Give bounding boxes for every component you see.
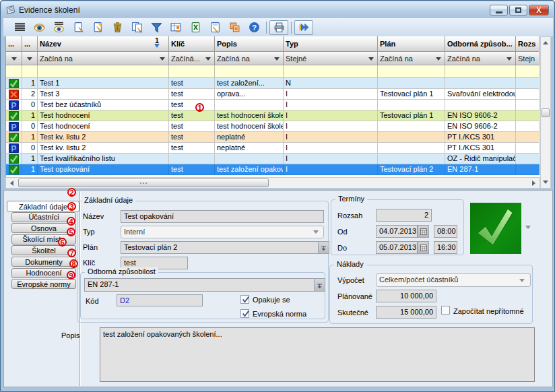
odborna-field[interactable]: EN 287-1 bbox=[84, 278, 315, 292]
popis-textarea[interactable]: test založení opakovaných školení... bbox=[100, 327, 535, 382]
filter-input-6[interactable] bbox=[378, 65, 445, 78]
view-columns-icon[interactable] bbox=[49, 20, 69, 35]
filter-dropdown-6[interactable]: Začíná na bbox=[378, 52, 445, 65]
terminy-group-title: Termíny bbox=[335, 195, 367, 203]
rozsah-label: Rozsah bbox=[337, 211, 362, 220]
table-row[interactable]: 1Test opakovánítesttest založení opakovI… bbox=[6, 164, 540, 175]
cell: Test kv. listu 2 bbox=[38, 143, 169, 154]
minimize-button[interactable] bbox=[490, 5, 508, 15]
vypocet-dropdown-arrow[interactable] bbox=[519, 279, 525, 282]
new-document-icon[interactable] bbox=[69, 20, 88, 35]
column-header-5[interactable]: Typ bbox=[284, 36, 378, 52]
table-row[interactable]: 1Test kvalifikačního listuIOZ - Řidič ma… bbox=[6, 154, 540, 164]
filter-input-8[interactable] bbox=[516, 65, 540, 78]
od-date-field[interactable]: 04.07.2013 bbox=[376, 225, 418, 238]
evropska-norma-checkbox[interactable] bbox=[240, 309, 249, 318]
annotation-circle-2: 2 bbox=[67, 188, 76, 197]
annotation-circle-9: 9 bbox=[67, 271, 75, 280]
tab-dokumenty[interactable]: Dokumenty bbox=[11, 257, 76, 267]
table-row[interactable]: 1Test hodnocenítesttest hodnocení školeI… bbox=[6, 110, 540, 121]
cell: I bbox=[284, 121, 378, 132]
table-row[interactable]: P0Test hodnocenítesttest hodnocení škole… bbox=[6, 121, 540, 132]
column-header-8[interactable]: Rozs bbox=[516, 36, 540, 52]
plan-field[interactable]: Testovací plán 2 bbox=[121, 241, 319, 254]
od-time-field[interactable]: 08:00 bbox=[434, 225, 457, 238]
planovane-field[interactable]: 10 000,00 bbox=[376, 290, 436, 302]
column-header-3[interactable]: Klíč bbox=[169, 36, 215, 52]
column-header-1[interactable]: ... bbox=[22, 36, 38, 52]
copy-icon[interactable] bbox=[127, 20, 147, 35]
filter-dropdown-8[interactable]: Stejn bbox=[516, 52, 540, 65]
check-status-icon bbox=[6, 164, 22, 175]
filter-icon[interactable] bbox=[147, 20, 166, 35]
od-calendar-button[interactable] bbox=[418, 225, 429, 238]
filter-input-5[interactable] bbox=[284, 65, 378, 78]
zapocitat-checkbox[interactable] bbox=[441, 306, 450, 315]
column-header-4[interactable]: Popis bbox=[215, 36, 284, 52]
column-header-2[interactable]: Název1 bbox=[38, 36, 169, 52]
opakuje-se-checkbox[interactable] bbox=[240, 295, 249, 304]
typ-dropdown[interactable]: Interní bbox=[121, 226, 324, 238]
kod-field[interactable]: D2 bbox=[117, 294, 203, 306]
filter-dropdown-1[interactable] bbox=[22, 52, 38, 65]
import-users-icon[interactable] bbox=[166, 20, 186, 35]
skutecne-field[interactable]: 15 000,00 bbox=[376, 306, 436, 319]
odborna-picker-button[interactable] bbox=[314, 278, 325, 292]
help-icon[interactable]: ? bbox=[244, 20, 264, 35]
table-row[interactable]: P0Test kv. listu 2testneplatnéIPT I./KCS… bbox=[6, 143, 540, 154]
delete-icon[interactable] bbox=[108, 20, 127, 35]
table-row[interactable]: 1Test 1testtest založení...N bbox=[6, 78, 540, 89]
do-calendar-button[interactable] bbox=[418, 241, 429, 254]
typ-dropdown-arrow[interactable] bbox=[313, 230, 319, 234]
list-icon[interactable] bbox=[10, 20, 30, 35]
rozsah-field[interactable]: 2 bbox=[376, 209, 432, 222]
do-date-field[interactable]: 05.07.2013 bbox=[376, 241, 418, 254]
cell bbox=[378, 132, 445, 143]
cell bbox=[516, 132, 540, 143]
cell bbox=[378, 154, 445, 164]
cell bbox=[516, 121, 540, 132]
column-header-7[interactable]: Odborná způsob... bbox=[445, 36, 516, 52]
cell: Test 1 bbox=[38, 78, 169, 89]
tab-evropsk-normy[interactable]: Evropské normy bbox=[11, 279, 76, 289]
filter-input-4[interactable] bbox=[215, 65, 284, 78]
filter-input-3[interactable] bbox=[169, 65, 215, 78]
tab--kolitel[interactable]: Školitel bbox=[11, 245, 76, 255]
versions-icon[interactable] bbox=[225, 20, 244, 35]
filter-dropdown-0[interactable] bbox=[6, 52, 22, 65]
filter-input-2[interactable] bbox=[38, 65, 169, 78]
window-title: Evidence školení bbox=[19, 5, 80, 15]
column-header-6[interactable]: Plán bbox=[378, 36, 445, 52]
filter-dropdown-2[interactable]: Začíná na bbox=[38, 52, 169, 65]
filter-input-0[interactable] bbox=[6, 65, 22, 78]
close-button[interactable]: X bbox=[529, 5, 549, 15]
plan-picker-button[interactable] bbox=[318, 241, 329, 254]
do-time-field[interactable]: 16:30 bbox=[434, 241, 457, 254]
table-row[interactable]: 1Test kv. listu 2testneplatnéIPT I./KCS … bbox=[6, 132, 540, 143]
more-actions-button[interactable] bbox=[294, 20, 313, 35]
edit-document-icon[interactable] bbox=[88, 20, 108, 35]
excel-export-icon[interactable] bbox=[186, 20, 205, 35]
cell bbox=[378, 100, 445, 110]
table-row[interactable]: P0Test bez účastníkůtestI bbox=[6, 100, 540, 110]
klic-label: Klíč bbox=[83, 259, 95, 267]
notes-icon[interactable] bbox=[205, 20, 225, 35]
filter-dropdown-4[interactable]: Začíná na bbox=[215, 52, 284, 65]
filter-dropdown-7[interactable]: Začíná na bbox=[445, 52, 516, 65]
filter-input-1[interactable] bbox=[22, 65, 38, 78]
print-button[interactable] bbox=[269, 20, 288, 35]
status-dropdown-arrow[interactable] bbox=[525, 226, 531, 229]
filter-dropdown-5[interactable]: Stejné bbox=[284, 52, 378, 65]
vypocet-dropdown[interactable]: Celkem/počet účastníků bbox=[376, 273, 531, 287]
nazev-field[interactable]: Test opakování bbox=[121, 210, 324, 223]
vertical-scrollbar[interactable] bbox=[540, 36, 551, 189]
cell bbox=[516, 100, 540, 110]
column-header-0[interactable]: ... bbox=[6, 36, 22, 52]
table-row[interactable]: 2Test 3testoprava...ITestovací plán 1Sva… bbox=[6, 89, 540, 100]
maximize-button[interactable] bbox=[509, 5, 527, 15]
cell: Test opakování bbox=[38, 164, 169, 175]
filter-dropdown-3[interactable]: Začíná... bbox=[169, 52, 215, 65]
horizontal-scrollbar[interactable] bbox=[5, 177, 540, 189]
filter-input-7[interactable] bbox=[445, 65, 516, 78]
view-icon[interactable] bbox=[30, 20, 49, 35]
